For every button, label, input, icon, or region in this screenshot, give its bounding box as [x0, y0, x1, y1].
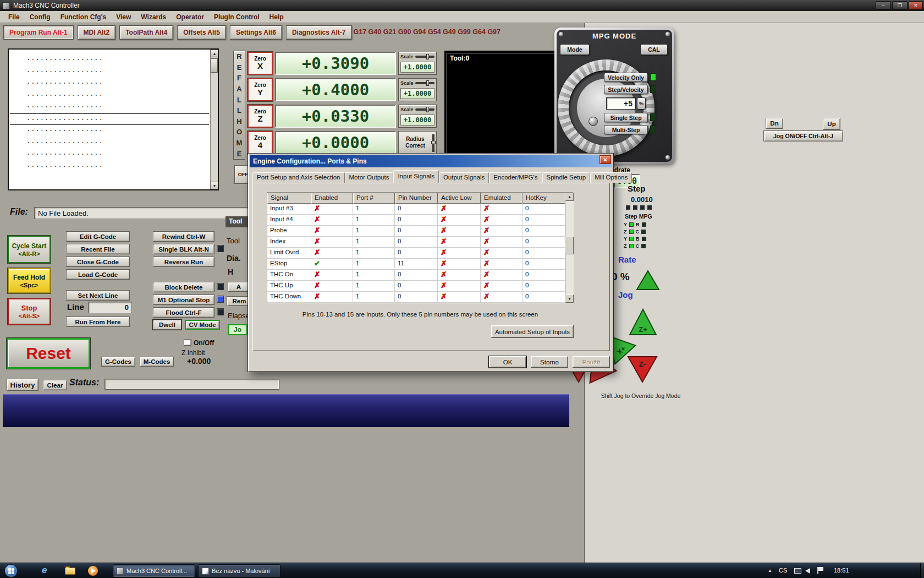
gcode-scrollbar[interactable]: ▲ ▼ — [210, 50, 218, 189]
x-icon[interactable]: ✗ — [314, 270, 320, 279]
gcode-line[interactable]: ................. — [10, 149, 209, 161]
dialog-tab-encoder-mpg-s[interactable]: Encoder/MPG's — [489, 172, 542, 183]
tab-offsets-alt5[interactable]: Offsets Alt5 — [177, 25, 226, 40]
table-scrollbar[interactable]: ▲ ▼ — [565, 193, 574, 303]
btn-rewind-ctrl-w[interactable]: Rewind Ctrl-W — [153, 231, 215, 242]
table-row[interactable]: THC On✗10✗✗0 — [267, 270, 573, 281]
gcode-line[interactable]: ................. — [10, 78, 209, 90]
dialog-tab-input-signals[interactable]: Input Signals — [393, 170, 439, 183]
task-bez-n-zvu-malov-n[interactable]: Bez názvu - Malování — [198, 564, 280, 577]
tab-settings-alt6[interactable]: Settings Alt6 — [230, 25, 282, 40]
slider-knob-icon[interactable] — [426, 54, 429, 59]
cycle-start-button[interactable]: Cycle Start <Alt-R> — [8, 236, 51, 263]
gcode-line[interactable]: ................. — [10, 90, 209, 102]
dro-x-readout[interactable]: +0.3090 — [275, 52, 396, 75]
scale-slider[interactable] — [415, 56, 435, 58]
gcode-line[interactable]: ................. — [10, 101, 209, 113]
maximize-button[interactable]: ❐ — [892, 1, 908, 10]
table-row[interactable]: Limit Ovrd✗10✗✗0 — [267, 248, 573, 259]
slider-knob-icon[interactable] — [426, 80, 429, 86]
media-player-icon[interactable] — [88, 566, 98, 576]
scale-slider[interactable] — [415, 108, 435, 111]
flag-icon[interactable] — [817, 567, 818, 574]
dialog-titlebar[interactable]: Engine Configuration... Ports & Pins — [250, 155, 612, 167]
x-icon[interactable]: ✗ — [441, 248, 447, 257]
radius-slider[interactable] — [432, 134, 435, 152]
toolpath-display[interactable]: Tool:0 — [444, 51, 568, 161]
scroll-down-icon[interactable]: ▼ — [211, 182, 218, 189]
mpg-mode-button[interactable]: Mode — [560, 44, 590, 55]
x-icon[interactable]: ✗ — [314, 292, 320, 301]
dro-4-readout[interactable]: +0.0000 — [275, 131, 396, 154]
dialog-tab-mill-options[interactable]: Mill Options — [590, 172, 632, 183]
btn-block-delete[interactable]: Block Delete — [153, 282, 215, 292]
x-icon[interactable]: ✗ — [441, 226, 447, 235]
x-icon[interactable]: ✗ — [483, 281, 490, 290]
gcode-line[interactable]: ................. — [10, 161, 209, 173]
x-icon[interactable]: ✗ — [441, 281, 447, 290]
x-icon[interactable]: ✗ — [483, 248, 490, 257]
scroll-thumb[interactable] — [565, 237, 574, 254]
gcode-line[interactable]: ................. — [10, 66, 209, 78]
dro-y-readout[interactable]: +0.4000 — [275, 78, 396, 101]
x-icon[interactable]: ✗ — [314, 281, 320, 290]
btn-edit-g-code[interactable]: Edit G-Code — [66, 231, 130, 242]
dialog-tab-output-signals[interactable]: Output Signals — [439, 172, 489, 183]
x-icon[interactable]: ✗ — [483, 259, 490, 268]
column-header-port[interactable]: Port # — [353, 193, 395, 204]
x-icon[interactable]: ✗ — [483, 215, 490, 223]
dro-z-readout[interactable]: +0.0330 — [275, 105, 396, 128]
step-velocity-button[interactable]: Step/Velocity — [604, 85, 648, 94]
close-button[interactable]: ✕ — [909, 1, 923, 10]
gcode-line[interactable]: ................. — [10, 125, 209, 137]
x-icon[interactable]: ✗ — [483, 204, 490, 212]
show-desktop-button[interactable] — [920, 563, 924, 578]
velocity-only-button[interactable]: Velocity Only — [604, 73, 648, 82]
menu-view[interactable]: View — [111, 12, 136, 23]
reset-button[interactable]: Reset — [7, 338, 90, 369]
slow-jog-up-button[interactable]: Up — [823, 118, 840, 130]
run-from-here-button[interactable]: Run From Here — [66, 317, 130, 327]
x-icon[interactable]: ✗ — [483, 237, 490, 246]
ie-icon[interactable]: e — [42, 565, 47, 576]
table-row[interactable]: THC Up✗10✗✗0 — [267, 281, 573, 292]
slider-knob-icon[interactable] — [426, 107, 429, 112]
x-icon[interactable]: ✗ — [441, 292, 447, 301]
step-value[interactable]: 0.0010 — [631, 195, 653, 204]
mpg-cal-button[interactable]: CAL — [640, 44, 668, 55]
tab-toolpath-alt4[interactable]: ToolPath Alt4 — [119, 25, 173, 40]
column-header-pin-number[interactable]: Pin Number — [395, 193, 438, 204]
btn-recent-file[interactable]: Recent File — [66, 244, 130, 254]
dialog-tab-port-setup-and-axis-selection[interactable]: Port Setup and Axis Selection — [252, 172, 345, 183]
x-icon[interactable]: ✗ — [314, 248, 320, 257]
btn-close-g-code[interactable]: Close G-Code — [66, 257, 130, 267]
column-header-active-low[interactable]: Active Low — [438, 193, 481, 204]
start-button[interactable] — [4, 564, 18, 577]
single-step-button[interactable]: Single Step — [604, 113, 648, 122]
menu-config[interactable]: Config — [25, 12, 56, 23]
btn-single-blk-alt-n[interactable]: Single BLK Alt-N — [153, 244, 215, 254]
check-icon[interactable]: ✔ — [314, 259, 320, 268]
x-icon[interactable]: ✗ — [441, 204, 447, 212]
menu-file[interactable]: File — [3, 12, 25, 23]
dialog-tab-spindle-setup[interactable]: Spindle Setup — [542, 172, 591, 183]
zero-z-button[interactable]: Zero Z — [248, 105, 273, 128]
column-header-emulated[interactable]: Emulated — [481, 193, 522, 204]
automated-setup-button[interactable]: Automated Setup of Inputs — [491, 325, 574, 338]
x-icon[interactable]: ✗ — [441, 215, 447, 223]
clock[interactable]: 18:51 — [834, 567, 849, 574]
btn-m1-optional-stop[interactable]: M1 Optional Stop — [153, 295, 215, 305]
slow-jog-dn-button[interactable]: Dn — [766, 118, 783, 129]
dwell-button[interactable]: Dwell — [153, 320, 182, 330]
x-icon[interactable]: ✗ — [441, 270, 447, 279]
stop-button[interactable]: Stop <Alt-S> — [8, 298, 51, 325]
tab-program-run-alt-1[interactable]: Program Run Alt-1 — [3, 25, 74, 40]
history-button[interactable]: History — [7, 379, 38, 391]
language-indicator[interactable]: CS — [779, 567, 787, 574]
cancel-button[interactable]: Storno — [531, 356, 568, 368]
mpg-percent-field[interactable]: +5 — [606, 97, 636, 110]
feed-hold-button[interactable]: Feed Hold <Spc> — [8, 268, 51, 293]
zero-x-button[interactable]: Zero X — [248, 52, 273, 75]
z-inhibit-value[interactable]: +0.000 — [187, 357, 211, 366]
gcodes-button[interactable]: G-Codes — [101, 357, 135, 367]
